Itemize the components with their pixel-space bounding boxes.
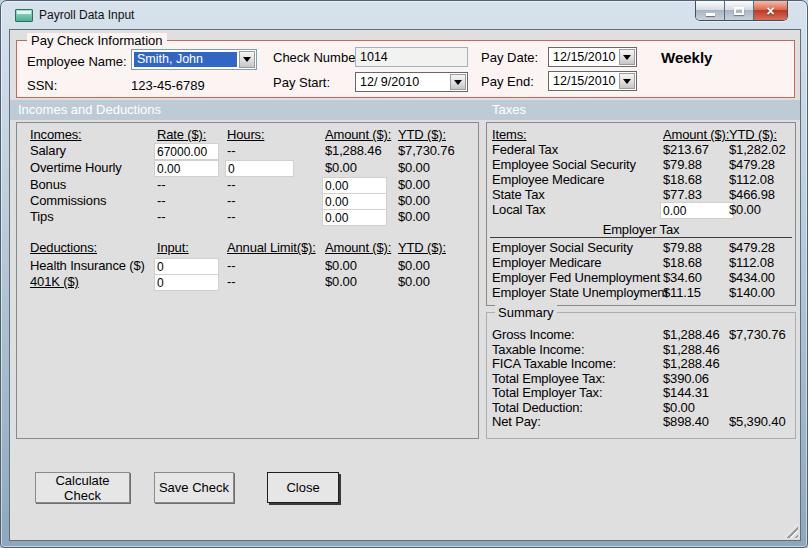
summary-amount: $144.31 bbox=[663, 385, 709, 401]
summary-amount: $898.40 bbox=[663, 414, 709, 430]
overtime-hours-input[interactable] bbox=[225, 160, 294, 177]
employee-name-label: Employee Name: bbox=[27, 54, 127, 69]
paycheck-group-label: Pay Check Information bbox=[27, 33, 167, 48]
tax-ytd: $434.00 bbox=[729, 270, 775, 286]
employee-name-combobox[interactable]: Smith, John bbox=[131, 49, 257, 70]
tax-row-local: Local Tax $0.00 bbox=[487, 202, 795, 219]
title-bar[interactable]: Payroll Data Input × bbox=[1, 1, 807, 29]
tax-amount: $213.67 bbox=[663, 142, 709, 158]
commissions-amount-input[interactable] bbox=[322, 193, 387, 210]
minimize-button[interactable] bbox=[696, 1, 725, 20]
tax-ytd: $112.08 bbox=[729, 255, 774, 271]
taxes-panel: Items: Amount ($): YTD ($): Federal Tax … bbox=[486, 122, 796, 306]
tax-ytd: $479.28 bbox=[729, 157, 775, 173]
paycheck-info-group: Pay Check Information Employee Name: Smi… bbox=[16, 40, 795, 98]
summary-amount: $1,288.46 bbox=[663, 327, 719, 343]
deduction-limit: -- bbox=[227, 258, 235, 274]
close-window-button[interactable]: × bbox=[754, 1, 787, 20]
incomes-col-header: Incomes: bbox=[30, 127, 82, 143]
bonus-amount-input[interactable] bbox=[322, 177, 387, 194]
tax-row-employer-ss: Employer Social Security $79.88 $479.28 bbox=[487, 240, 795, 256]
pay-start-arrow-button[interactable] bbox=[450, 74, 466, 90]
tax-amount: $79.88 bbox=[663, 240, 702, 256]
tax-name: Federal Tax bbox=[492, 142, 558, 158]
overtime-rate-input[interactable] bbox=[154, 160, 219, 177]
ytd-col-header: YTD ($): bbox=[729, 127, 777, 143]
deduction-ytd: $0.00 bbox=[398, 258, 430, 274]
chevron-down-icon bbox=[454, 80, 462, 85]
window-title: Payroll Data Input bbox=[39, 8, 134, 22]
tax-ytd: $466.98 bbox=[729, 187, 775, 203]
summary-group-label: Summary bbox=[495, 305, 557, 320]
incomes-header-row: Incomes: Rate ($): Hours: Amount ($): YT… bbox=[17, 127, 478, 143]
resize-grip[interactable] bbox=[784, 524, 798, 538]
maximize-icon bbox=[734, 7, 744, 15]
deduction-amount: $0.00 bbox=[325, 274, 357, 290]
summary-amount: $1,288.46 bbox=[663, 356, 719, 372]
form-client-area: Pay Check Information Employee Name: Smi… bbox=[9, 29, 801, 541]
summary-label: FICA Taxable Income: bbox=[492, 356, 616, 372]
input-col-header: Input: bbox=[157, 240, 189, 256]
tax-ytd: $140.00 bbox=[729, 285, 775, 301]
income-name: Salary bbox=[30, 143, 66, 159]
summary-ytd: $7,730.76 bbox=[729, 327, 785, 343]
pay-start-datepicker[interactable]: 12/ 9/2010 bbox=[355, 72, 468, 92]
income-hours: -- bbox=[227, 177, 235, 193]
close-icon: × bbox=[766, 4, 774, 18]
tips-amount-input[interactable] bbox=[322, 209, 387, 226]
income-amount: $0.00 bbox=[325, 160, 357, 176]
salary-rate-input[interactable] bbox=[154, 143, 219, 160]
tax-name: Employer Medicare bbox=[492, 255, 601, 271]
minimize-icon bbox=[706, 13, 715, 16]
ssn-label: SSN: bbox=[27, 78, 57, 93]
income-name: Bonus bbox=[30, 177, 66, 193]
deduction-limit: -- bbox=[227, 274, 235, 290]
incomes-deductions-panel: Incomes: Rate ($): Hours: Amount ($): YT… bbox=[16, 122, 479, 439]
tax-name: Employee Social Security bbox=[492, 157, 636, 173]
amount-col-header: Amount ($): bbox=[663, 127, 729, 143]
check-number-field[interactable]: 1014 bbox=[355, 47, 468, 67]
tax-name: Employer Fed Unemployment bbox=[492, 270, 660, 286]
income-rate: -- bbox=[157, 209, 165, 225]
local-tax-input[interactable] bbox=[660, 202, 734, 219]
summary-label: Total Employer Tax: bbox=[492, 385, 602, 401]
income-hours: -- bbox=[227, 143, 235, 159]
check-number-label: Check Number: bbox=[273, 50, 363, 65]
401k-input[interactable] bbox=[154, 274, 219, 291]
income-rate: -- bbox=[157, 193, 165, 209]
pay-end-arrow-button[interactable] bbox=[619, 73, 635, 89]
tax-amount: $18.68 bbox=[663, 172, 702, 188]
tax-amount: $11.15 bbox=[663, 285, 701, 301]
summary-label: Net Pay: bbox=[492, 414, 541, 430]
deductions-header-row: Deductions: Input: Annual Limit($): Amou… bbox=[17, 240, 478, 256]
tax-row-federal: Federal Tax $213.67 $1,282.02 bbox=[487, 142, 795, 158]
rate-col-header: Rate ($): bbox=[157, 127, 206, 143]
amount-col-header: Amount ($): bbox=[325, 240, 391, 256]
save-check-button[interactable]: Save Check bbox=[154, 472, 234, 503]
deduction-401k-link[interactable]: 401K ($) bbox=[30, 274, 79, 290]
tax-ytd: $112.08 bbox=[729, 172, 774, 188]
income-name: Commissions bbox=[30, 193, 106, 209]
tax-name: Employee Medicare bbox=[492, 172, 604, 188]
close-button[interactable]: Close bbox=[267, 472, 339, 503]
deduction-row-401k: 401K ($) -- $0.00 $0.00 bbox=[17, 274, 478, 290]
summary-row-net-pay: Net Pay: $898.40 $5,390.40 bbox=[487, 414, 795, 430]
employee-combo-arrow-button[interactable] bbox=[239, 51, 255, 68]
health-insurance-input[interactable] bbox=[154, 258, 219, 275]
pay-date-arrow-button[interactable] bbox=[619, 49, 635, 65]
incomes-deductions-section-title: Incomes and Deductions bbox=[18, 100, 161, 120]
pay-date-datepicker[interactable]: 12/15/2010 bbox=[548, 47, 637, 67]
pay-end-label: Pay End: bbox=[481, 74, 534, 89]
income-name: Overtime Hourly bbox=[30, 160, 122, 176]
income-rate: -- bbox=[157, 177, 165, 193]
income-row-overtime: Overtime Hourly $0.00 $0.00 bbox=[17, 160, 478, 176]
pay-end-value: 12/15/2010 bbox=[553, 74, 616, 88]
summary-row-fica: FICA Taxable Income: $1,288.46 bbox=[487, 356, 795, 372]
pay-frequency-label: Weekly bbox=[661, 49, 712, 66]
hours-col-header: Hours: bbox=[227, 127, 264, 143]
pay-end-datepicker[interactable]: 12/15/2010 bbox=[548, 71, 637, 91]
income-hours: -- bbox=[227, 209, 235, 225]
maximize-button[interactable] bbox=[725, 1, 754, 20]
window-controls: × bbox=[695, 1, 788, 21]
calculate-check-button[interactable]: Calculate Check bbox=[35, 472, 130, 503]
